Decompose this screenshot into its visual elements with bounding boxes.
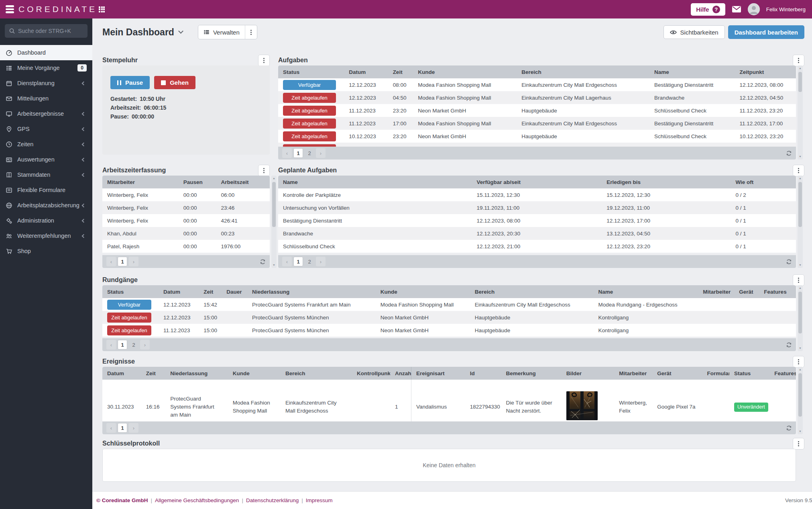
table-row[interactable]: 30.11.202316:16ProtecGuard Systems Frank… [102,380,796,421]
dashboard-selector[interactable]: Mein Dashboard [102,27,183,38]
footer-link-impressum[interactable]: Impressum [306,497,333,503]
sidebar-item-mitteilungen[interactable]: Mitteilungen [0,91,92,106]
scroll-up-icon[interactable] [799,368,802,372]
pager-page-button[interactable]: 1 [293,148,303,158]
pager-page-button[interactable]: 2 [305,148,314,158]
sidebar-item-zeiten[interactable]: Zeiten [0,137,92,152]
widget-menu-button[interactable] [793,438,804,450]
pager-page-button[interactable]: 1 [118,423,127,433]
footer-link-agb[interactable]: Allgemeine Geschäftsbedingungen [155,497,239,503]
table-row[interactable]: Zeit abgelaufen12.12.202315:00ProtecGuar… [102,311,796,324]
scroll-down-icon[interactable] [273,263,275,267]
sidebar-item-meine-vorgaenge[interactable]: Meine Vorgänge 0 [0,60,92,76]
table-row[interactable]: Patel, Rajesh00:001976:00 [102,240,270,253]
refresh-button[interactable] [786,259,792,265]
sidebar-item-dashboard[interactable]: Dashboard [0,45,92,60]
table-row[interactable]: Kontrolle der Parkplätze15.11.2023, 12:3… [278,188,796,201]
table-row[interactable]: Winterberg, Felix00:00426:41 [102,214,270,227]
pager-prev-button[interactable] [282,257,292,266]
pager-page-button[interactable]: 1 [293,257,303,266]
table-row[interactable]: Winterberg, Felix00:0006:00 [102,188,270,201]
footer-link-datenschutz[interactable]: Datenschutzerklärung [246,497,299,503]
table-row[interactable]: Khan, Abdul00:0000:23 [102,227,270,240]
table-row[interactable]: Zeit abgelaufen [278,143,796,147]
scroll-down-icon[interactable] [799,263,802,267]
pager-page-button[interactable]: 2 [305,257,314,266]
sidebar-item-weiterempfehlungen[interactable]: Weiterempfehlungen [0,228,92,243]
scroll-down-icon[interactable] [799,155,802,159]
column-header: Zeitpunkt [735,65,796,78]
pager-page-button[interactable]: 1 [118,257,127,266]
scroll-down-icon[interactable] [799,346,802,350]
sidebar-item-arbeitsergebnisse[interactable]: Arbeitsergebnisse [0,106,92,121]
pager-prev-button[interactable] [106,340,116,350]
scrollbar-thumb[interactable] [798,72,802,92]
widget-menu-button[interactable] [793,274,804,286]
sidebar-item-administration[interactable]: Administration [0,213,92,228]
table-row[interactable]: Zeit abgelaufen12.12.202304:50Modea Fash… [278,91,796,104]
scrollbar-thumb[interactable] [798,182,802,227]
table-row[interactable]: Brandwache12.12.2023, 20:3013.12.2023, 0… [278,227,796,240]
scroll-up-icon[interactable] [799,66,802,70]
scrollbar-thumb[interactable] [798,292,802,333]
sidebar-item-stammdaten[interactable]: Stammdaten [0,167,92,182]
scroll-up-icon[interactable] [273,176,275,180]
sidebar-item-arbeitsplatzabsicherung[interactable]: Arbeitsplatzabsicherung [0,198,92,213]
table-row[interactable]: Untersuchung von Vorfällen19.11.2023, 11… [278,201,796,214]
pager-next-button[interactable] [129,423,138,433]
event-photo-thumbnail[interactable] [566,391,598,420]
pager-next-button[interactable] [140,340,150,350]
column-header: Kontrollpunkt [352,367,390,380]
widget-menu-button[interactable] [258,55,270,66]
manage-button[interactable]: Verwalten [198,25,245,39]
table-row[interactable]: Verfügbar12.12.202315:42ProtecGuard Syst… [102,298,796,311]
messages-button[interactable] [732,6,741,13]
pager-next-button[interactable] [316,257,326,266]
widget-menu-button[interactable] [793,165,804,176]
refresh-button[interactable] [786,342,792,348]
table-row[interactable]: Zeit abgelaufen11.12.202315:00ProtecGuar… [102,324,796,337]
table-row[interactable]: Zeit abgelaufen10.12.202323:20Neon Marke… [278,130,796,143]
pager-prev-button[interactable] [282,148,292,158]
sidebar-item-shop[interactable]: Shop [0,243,92,259]
sidebar-item-gps[interactable]: GPS [0,121,92,137]
scrollbar-thumb[interactable] [798,373,802,417]
scrollbar-thumb[interactable] [272,182,276,227]
widget-menu-button[interactable] [258,165,270,176]
help-button[interactable]: Hilfe ? [691,3,725,16]
scroll-up-icon[interactable] [799,286,802,290]
pager-page-button[interactable]: 1 [118,340,127,350]
pager-prev-button[interactable] [106,257,116,266]
user-name[interactable]: Felix Winterberg [766,6,806,12]
table-row[interactable]: Verfügbar12.12.202308:00Modea Fashion Sh… [278,78,796,91]
table-row[interactable]: Bestätigung Dienstantritt12.12.2023, 08:… [278,214,796,227]
table-row[interactable]: Zeit abgelaufen11.12.202317:00Modea Fash… [278,117,796,130]
scroll-up-icon[interactable] [799,176,802,180]
sidebar-item-dienstplanung[interactable]: Dienstplanung [0,76,92,91]
scroll-down-icon[interactable] [799,429,802,433]
refresh-button[interactable] [260,259,266,265]
widget-menu-button[interactable] [793,55,804,66]
pager-page-button[interactable]: 2 [129,340,138,350]
refresh-button[interactable] [786,150,792,156]
app-grid-button[interactable] [99,6,105,12]
stop-button[interactable]: Gehen [154,76,195,89]
widget-menu-button[interactable] [793,356,804,368]
search-input[interactable] [5,24,88,38]
edit-dashboard-button[interactable]: Dashboard bearbeiten [728,25,804,39]
table-row[interactable]: Winterberg, Felix00:0023:46 [102,201,270,214]
table-row[interactable]: Zeit abgelaufen11.12.202323:20Neon Marke… [278,104,796,117]
table-cell: Hauptgebäude [517,104,649,117]
manage-menu-button[interactable] [245,25,257,39]
pause-button[interactable]: Pause [110,76,150,89]
pager-next-button[interactable] [316,148,326,158]
sidebar-item-auswertungen[interactable]: Auswertungen [0,152,92,167]
visibility-button[interactable]: Sichtbarkeiten [663,25,725,39]
refresh-button[interactable] [786,425,792,431]
pager-prev-button[interactable] [106,423,116,433]
sidebar-item-flexible-formulare[interactable]: Flexible Formulare [0,182,92,198]
avatar[interactable] [748,3,760,15]
pager-next-button[interactable] [129,257,138,266]
brand[interactable]: COREDINATE [0,0,92,18]
table-row[interactable]: Schlüsselbund Check12.12.2023, 21:0012.1… [278,240,796,253]
